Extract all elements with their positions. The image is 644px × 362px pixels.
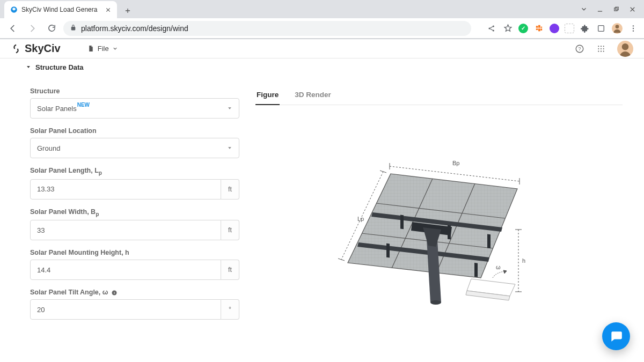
minimize-icon[interactable] [596, 5, 604, 13]
svg-point-9 [633, 30, 634, 31]
forward-button[interactable] [25, 21, 40, 36]
address-bar: platform.skyciv.com/design/wind ✓ [0, 18, 644, 39]
close-icon[interactable] [104, 6, 112, 13]
brand[interactable]: SkyCiv [11, 42, 61, 55]
svg-point-4 [493, 29, 494, 31]
dim-omega-label: ω [496, 264, 501, 270]
star-icon[interactable] [502, 23, 513, 34]
unit-addon: ° [221, 299, 239, 320]
extensions-icon[interactable] [580, 23, 590, 34]
svg-point-19 [601, 50, 602, 51]
extension-icon[interactable] [565, 24, 574, 33]
svg-point-17 [603, 48, 604, 49]
unit-addon: ft [221, 220, 239, 240]
tab-favicon-icon [10, 5, 18, 14]
share-icon[interactable] [486, 23, 497, 34]
svg-point-16 [601, 48, 602, 49]
field-label: Solar Panel Tilt Angle, ω i [30, 289, 239, 296]
caret-down-icon [26, 64, 31, 70]
profile-avatar[interactable] [612, 23, 623, 34]
dim-h-label: h [522, 257, 525, 264]
extension-icon[interactable] [533, 23, 544, 34]
restore-icon[interactable] [612, 5, 620, 13]
chat-widget[interactable] [602, 322, 630, 350]
tab-overview-icon[interactable] [596, 23, 606, 34]
svg-point-8 [633, 27, 634, 28]
section-title: Structure Data [35, 63, 84, 71]
new-badge: NEW [77, 102, 90, 108]
chevron-down-icon [227, 144, 232, 152]
kebab-icon[interactable] [628, 23, 639, 34]
tab-3d-render[interactable]: 3D Render [294, 87, 332, 105]
svg-point-49 [430, 300, 441, 305]
svg-rect-46 [474, 263, 478, 277]
dropdown-value: Solar Panels [37, 105, 77, 113]
section-header[interactable]: Structure Data [0, 58, 644, 72]
info-icon[interactable]: i [111, 290, 118, 296]
file-icon [87, 45, 94, 52]
app-header: SkyCiv File ? [0, 39, 644, 58]
svg-point-20 [603, 50, 604, 51]
chevron-down-icon[interactable] [580, 5, 588, 13]
field-label: Structure [30, 87, 239, 95]
length-input[interactable] [30, 179, 221, 200]
field-label: Solar Panel Length, Lp [30, 167, 239, 176]
chat-icon [609, 329, 623, 343]
structure-dropdown[interactable]: Solar PanelsNEW [30, 98, 239, 119]
extension-icon[interactable] [550, 24, 559, 33]
help-icon[interactable]: ? [574, 43, 585, 54]
field-tilt: Solar Panel Tilt Angle, ω i ° [30, 289, 239, 320]
width-input[interactable] [30, 220, 221, 240]
svg-rect-44 [386, 243, 390, 258]
field-length: Solar Panel Length, Lp ft [30, 167, 239, 200]
new-tab-button[interactable] [120, 3, 135, 18]
tab-strip: SkyCiv Wind Load Genera [0, 0, 644, 18]
url-text: platform.skyciv.com/design/wind [81, 24, 188, 33]
browser-chrome: SkyCiv Wind Load Genera [0, 0, 644, 39]
svg-point-13 [601, 46, 602, 47]
svg-text:?: ? [578, 46, 581, 51]
window-controls [580, 0, 644, 18]
user-avatar[interactable] [617, 41, 633, 57]
brand-icon [11, 43, 21, 54]
back-button[interactable] [5, 21, 20, 36]
browser-tab[interactable]: SkyCiv Wind Load Genera [4, 1, 117, 18]
content-scroll[interactable]: Structure Data Structure Solar PanelsNEW… [0, 58, 644, 362]
svg-rect-1 [615, 7, 618, 10]
chevron-down-icon [227, 105, 232, 113]
tab-figure[interactable]: Figure [255, 87, 280, 105]
extension-icon[interactable]: ✓ [518, 24, 528, 33]
form-column: Structure Solar PanelsNEW Solar Panel Lo… [30, 87, 239, 328]
svg-rect-5 [598, 25, 604, 31]
dim-bp-label: Bp [452, 160, 459, 166]
close-window-icon[interactable] [628, 5, 636, 13]
svg-point-21 [622, 43, 629, 50]
omnibox[interactable]: platform.skyciv.com/design/wind [63, 21, 471, 36]
svg-rect-41 [400, 215, 404, 230]
field-height: Solar Panel Mounting Height, h ft [30, 249, 239, 280]
height-input[interactable] [30, 260, 221, 280]
reload-button[interactable] [44, 21, 59, 36]
solar-panel-diagram: Bp Lp h ω [326, 142, 552, 319]
lock-icon [70, 24, 77, 33]
tilt-input[interactable] [30, 299, 221, 320]
chevron-down-icon [112, 46, 118, 51]
field-structure: Structure Solar PanelsNEW [30, 87, 239, 119]
field-label: Solar Panel Mounting Height, h [30, 249, 239, 256]
unit-addon: ft [221, 179, 239, 200]
file-menu[interactable]: File [87, 45, 118, 53]
location-dropdown[interactable]: Ground [30, 138, 239, 158]
svg-line-28 [380, 171, 386, 173]
field-label: Solar Panel Location [30, 127, 239, 135]
viz-tabs: Figure 3D Render [255, 87, 623, 105]
dim-lp-label: Lp [357, 216, 364, 222]
brand-text: SkyCiv [25, 42, 61, 55]
dropdown-value: Ground [37, 144, 60, 152]
svg-point-7 [633, 25, 634, 26]
figure-area: Bp Lp h ω [255, 109, 623, 319]
svg-point-15 [598, 48, 599, 49]
svg-rect-0 [614, 8, 617, 10]
svg-point-2 [488, 27, 490, 29]
apps-grid-icon[interactable] [596, 43, 606, 54]
svg-line-29 [338, 258, 345, 261]
